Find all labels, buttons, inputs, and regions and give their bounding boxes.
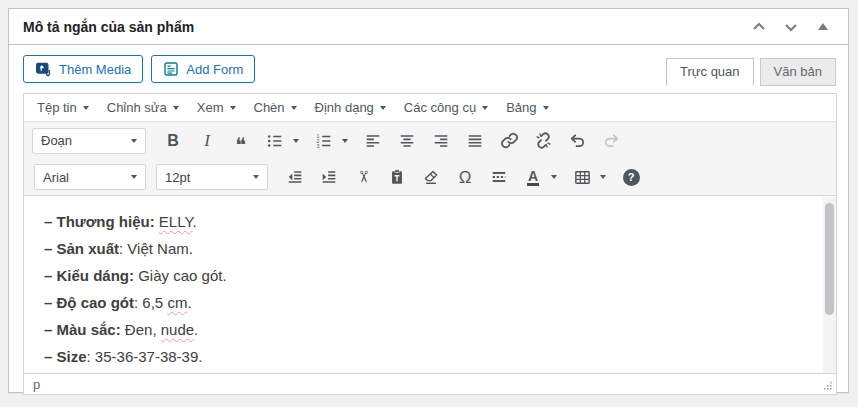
insert-link-button[interactable] — [496, 129, 522, 153]
menu-item-label: Các công cụ — [404, 100, 476, 115]
special-character-button[interactable]: Ω — [452, 165, 478, 189]
tab-text[interactable]: Văn bản — [760, 58, 836, 86]
bold-button[interactable]: B — [160, 129, 186, 153]
italic-button[interactable]: I — [194, 129, 220, 153]
content-line: – Độ cao gót: 6,5 cm. — [44, 289, 816, 316]
move-up-button[interactable] — [746, 14, 772, 40]
undo-button[interactable] — [564, 129, 590, 153]
numbered-list-button[interactable]: 1 2 3 — [311, 129, 337, 153]
align-right-button[interactable] — [428, 129, 454, 153]
editor-statusbar: p — [24, 373, 836, 394]
remove-link-button[interactable] — [530, 129, 556, 153]
menu-item-1[interactable]: Tệp tin — [28, 96, 98, 119]
add-media-button[interactable]: Thêm Media — [23, 55, 143, 83]
toolbar-row-2: Arial 12pt ✂ — [24, 159, 836, 196]
menu-item-label: Định dạng — [315, 100, 374, 115]
help-button[interactable]: ? — [618, 165, 644, 189]
align-left-button[interactable] — [360, 129, 386, 153]
font-family-select[interactable]: Arial — [34, 164, 146, 190]
justify-button[interactable] — [462, 129, 488, 153]
chevron-down-icon — [551, 175, 557, 179]
misspelled-word: ELLY — [159, 213, 193, 230]
metabox-title: Mô tả ngắn của sản phẩm — [23, 19, 194, 35]
editor-mode-tabs: Trực quan Văn bản — [660, 58, 836, 86]
chevron-down-icon — [380, 106, 386, 110]
numbered-list-options-button[interactable] — [338, 129, 352, 153]
numbered-list-icon: 1 2 3 — [315, 132, 333, 150]
menu-item-7[interactable]: Bảng — [497, 96, 557, 119]
triangle-up-icon — [818, 23, 828, 30]
link-icon — [500, 131, 519, 150]
editor-content-area[interactable]: – Thương hiệu: ELLY.– Sản xuất: Việt Nam… — [24, 197, 836, 373]
indent-button[interactable] — [316, 165, 342, 189]
bullet-list-button[interactable] — [262, 129, 288, 153]
add-media-label: Thêm Media — [59, 62, 131, 77]
scrollbar[interactable] — [823, 197, 836, 373]
blockquote-button[interactable]: ❝ — [228, 129, 254, 153]
font-family-value: Arial — [43, 170, 69, 185]
font-size-select[interactable]: 12pt — [156, 164, 268, 190]
horizontal-line-button[interactable] — [486, 165, 512, 189]
paste-as-text-button[interactable] — [384, 165, 410, 189]
redo-button[interactable] — [598, 129, 624, 153]
bullet-list-icon — [266, 132, 284, 150]
eraser-icon — [422, 168, 440, 186]
tab-visual[interactable]: Trực quan — [666, 58, 754, 86]
horizontal-line-icon — [490, 168, 508, 186]
help-icon: ? — [623, 169, 640, 186]
bullet-list-options-button[interactable] — [289, 129, 303, 153]
chevron-up-icon — [750, 18, 768, 36]
misspelled-word: nude — [161, 321, 194, 338]
clear-formatting-button[interactable] — [418, 165, 444, 189]
chevron-down-icon — [230, 106, 236, 110]
align-center-button[interactable] — [394, 129, 420, 153]
table-button[interactable] — [569, 165, 595, 189]
align-left-icon — [364, 132, 382, 150]
menu-item-label: Tệp tin — [37, 100, 77, 115]
chevron-down-icon — [291, 106, 297, 110]
align-center-icon — [398, 132, 416, 150]
chevron-down-icon — [600, 175, 606, 179]
menu-item-label: Xem — [197, 100, 224, 115]
outdent-button[interactable] — [282, 165, 308, 189]
content-line: – Thương hiệu: ELLY. — [44, 208, 816, 235]
chevron-down-icon — [131, 175, 137, 179]
resize-handle[interactable] — [820, 378, 833, 391]
align-right-icon — [432, 132, 450, 150]
chevron-down-icon — [131, 139, 137, 143]
chevron-down-icon — [83, 106, 89, 110]
scrollbar-thumb[interactable] — [825, 203, 834, 315]
chevron-down-icon — [253, 175, 259, 179]
misspelled-word: cm — [167, 294, 187, 311]
move-down-button[interactable] — [778, 14, 804, 40]
content-line: – Size: 35-36-37-38-39. — [44, 343, 816, 370]
menu-item-3[interactable]: Xem — [188, 96, 245, 119]
undo-icon — [568, 131, 587, 150]
menu-item-5[interactable]: Định dạng — [306, 96, 395, 119]
content-line: – Màu sắc: Đen, nude. — [44, 316, 816, 343]
menu-item-label: Chèn — [254, 100, 285, 115]
chevron-down-icon — [173, 106, 179, 110]
format-select-value: Đoạn — [41, 133, 72, 148]
svg-text:3: 3 — [316, 143, 319, 149]
outdent-icon — [286, 168, 304, 186]
media-icon — [35, 62, 52, 77]
chevron-down-icon — [482, 106, 488, 110]
table-icon — [573, 168, 592, 187]
indent-icon — [320, 168, 338, 186]
menu-item-6[interactable]: Các công cụ — [395, 96, 497, 119]
metabox-header[interactable]: Mô tả ngắn của sản phẩm — [9, 9, 848, 45]
format-select[interactable]: Đoạn — [32, 128, 146, 154]
menu-item-4[interactable]: Chèn — [245, 96, 306, 119]
text-color-options-button[interactable] — [547, 165, 561, 189]
short-description-metabox: Mô tả ngắn của sản phẩm — [8, 8, 849, 393]
text-color-button[interactable]: A — [520, 165, 546, 189]
cut-button[interactable]: ✂ — [350, 165, 376, 189]
media-buttons: Thêm Media Add Form — [23, 55, 255, 83]
unlink-icon — [534, 131, 553, 150]
menu-item-label: Chỉnh sửa — [107, 100, 167, 115]
collapse-toggle-button[interactable] — [810, 14, 836, 40]
menu-item-2[interactable]: Chỉnh sửa — [98, 96, 188, 119]
table-options-button[interactable] — [596, 165, 610, 189]
add-form-button[interactable]: Add Form — [151, 55, 255, 83]
